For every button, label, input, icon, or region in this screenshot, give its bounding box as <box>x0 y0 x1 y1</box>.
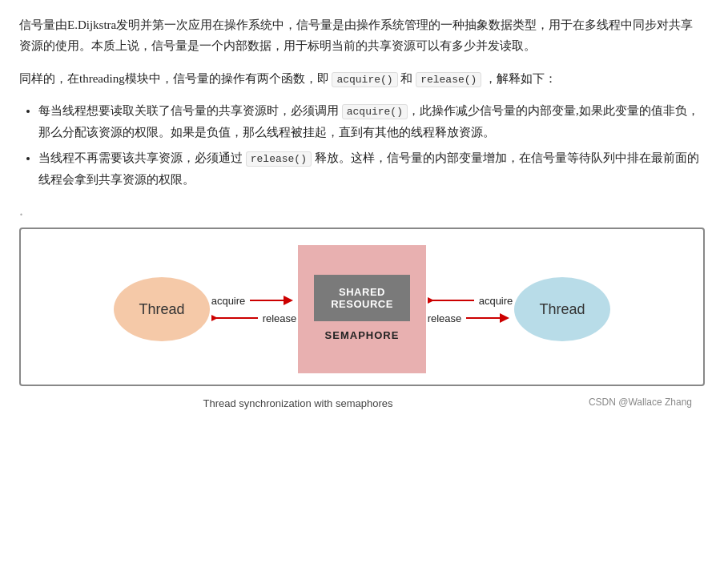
para2-suffix: ，解释如下： <box>481 72 557 85</box>
bullet1-prefix: 每当线程想要读取关联了信号量的共享资源时，必须调用 <box>38 104 342 117</box>
diagram-content: Thread acquire <box>29 245 695 373</box>
semaphore-label: SEMAPHORE <box>325 329 400 341</box>
right-release-label: release <box>428 312 462 324</box>
para2-mid: 和 <box>398 72 416 85</box>
right-release-arrow-icon <box>465 311 513 325</box>
release-code-2: release() <box>246 151 312 167</box>
bullet-item-2: 当线程不再需要该共享资源，必须通过 release() 释放。这样，信号量的内部… <box>38 147 705 190</box>
diagram-caption: Thread synchronization with semaphores <box>26 397 570 409</box>
thread-right-ellipse: Thread <box>514 277 610 341</box>
left-acquire-label: acquire <box>211 295 246 307</box>
thread-right-label: Thread <box>539 301 585 318</box>
shared-line2: RESOURCE <box>331 298 393 310</box>
semaphore-diagram: Thread acquire <box>19 228 705 386</box>
acquire-code-1: acquire() <box>332 72 397 87</box>
bullet-list-block: 每当线程想要读取关联了信号量的共享资源时，必须调用 acquire()，此操作减… <box>19 100 705 190</box>
left-release-label: release <box>263 312 297 324</box>
bullet-item-1: 每当线程想要读取关联了信号量的共享资源时，必须调用 acquire()，此操作减… <box>38 100 705 143</box>
thread-left-label: Thread <box>139 301 184 318</box>
right-acquire-arrow-icon <box>428 293 476 308</box>
right-acquire-label: acquire <box>479 295 513 307</box>
shared-resource-wrapper: SHARED RESOURCE SEMAPHORE <box>298 245 426 373</box>
left-acquire-arrow-icon <box>248 293 296 308</box>
intro-paragraph-2: 同样的，在threading模块中，信号量的操作有两个函数，即 acquire(… <box>19 68 705 90</box>
left-release-row: release <box>211 311 297 325</box>
shared-line1: SHARED <box>339 286 385 298</box>
acquire-code-2: acquire() <box>342 104 408 119</box>
para2-text: 同样的，在threading模块中，信号量的操作有两个函数，即 acquire(… <box>19 68 705 90</box>
para2-prefix: 同样的，在threading模块中，信号量的操作有两个函数，即 <box>19 72 332 85</box>
bullet2-prefix: 当线程不再需要该共享资源，必须通过 <box>38 151 246 164</box>
right-release-row: release <box>428 311 513 325</box>
right-acquire-row: acquire <box>428 293 513 308</box>
release-code-1: release() <box>416 72 481 87</box>
watermark-text: CSDN @Wallace Zhang <box>570 397 698 408</box>
left-acquire-row: acquire <box>211 293 297 308</box>
thread-left-ellipse: Thread <box>114 277 210 341</box>
left-arrow-block: acquire <box>210 293 298 325</box>
intro-paragraph-1: 信号量由E.Dijkstra发明并第一次应用在操作系统中，信号量是由操作系统管理… <box>19 14 705 57</box>
caption-row: Thread synchronization with semaphores C… <box>19 393 705 409</box>
shared-resource-box: SHARED RESOURCE <box>314 275 410 321</box>
para1-text: 信号量由E.Dijkstra发明并第一次应用在操作系统中，信号量是由操作系统管理… <box>19 14 705 57</box>
dot-separator: . <box>19 201 705 219</box>
right-arrow-block: acquire release <box>426 293 514 325</box>
left-release-arrow-icon <box>211 311 259 325</box>
bullet-list: 每当线程想要读取关联了信号量的共享资源时，必须调用 acquire()，此操作减… <box>38 100 705 190</box>
